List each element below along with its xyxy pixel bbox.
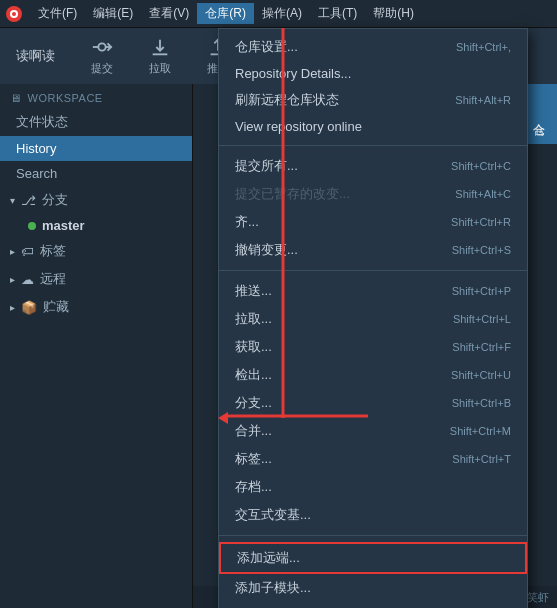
menu-separator-2 [219,270,527,271]
menu-item-get[interactable]: 获取... Shift+Ctrl+F [219,333,527,361]
workspace-icon: 🖥 [10,92,22,104]
sidebar-group-branches[interactable]: ▾ ⎇ 分支 [0,186,192,214]
menu-item-repo-details[interactable]: Repository Details... [219,61,527,86]
app-label-btn: 读啊读 [8,43,63,69]
menu-item-merge[interactable]: 合并... Shift+Ctrl+M [219,417,527,445]
app-logo [4,4,24,24]
chevron-right-icon: ▸ [10,246,15,257]
menu-item-checkout[interactable]: 检出... Shift+Ctrl+U [219,361,527,389]
svg-point-3 [98,43,105,50]
stash-icon: 📦 [21,300,37,315]
menu-item-pull[interactable]: 拉取... Shift+Ctrl+L [219,305,527,333]
menu-item-discard[interactable]: 撤销变更... Shift+Ctrl+S [219,236,527,264]
tag-icon: 🏷 [21,244,34,259]
menubar-tools[interactable]: 工具(T) [310,3,365,24]
sidebar-group-stash[interactable]: ▸ 📦 贮藏 [0,293,192,321]
pull-icon [149,36,171,58]
menu-item-repo-settings[interactable]: 仓库设置... Shift+Ctrl+, [219,33,527,61]
menubar: 文件(F) 编辑(E) 查看(V) 仓库(R) 操作(A) 工具(T) 帮助(H… [0,0,557,28]
branch-icon: ⎇ [21,193,36,208]
menubar-action[interactable]: 操作(A) [254,3,310,24]
chevron-right-icon3: ▸ [10,302,15,313]
menu-item-tag[interactable]: 标签... Shift+Ctrl+T [219,445,527,473]
menubar-help[interactable]: 帮助(H) [365,3,422,24]
menu-item-interactive-rebase[interactable]: 交互式变基... [219,501,527,529]
sidebar-item-file-status[interactable]: 文件状态 [0,108,192,136]
repo-dropdown-menu: 仓库设置... Shift+Ctrl+, Repository Details.… [218,28,528,608]
menu-separator-3 [219,535,527,536]
menu-item-stash[interactable]: 存档... [219,473,527,501]
sidebar-branch-master[interactable]: master [0,214,192,237]
sidebar-group-remote[interactable]: ▸ ☁ 远程 [0,265,192,293]
menu-item-push[interactable]: 推送... Shift+Ctrl+P [219,277,527,305]
menu-separator-1 [219,145,527,146]
svg-point-2 [12,12,16,16]
sidebar-group-tags[interactable]: ▸ 🏷 标签 [0,237,192,265]
commit-icon [91,36,113,58]
menubar-repo[interactable]: 仓库(R) [197,3,254,24]
sidebar-item-history[interactable]: History [0,136,192,161]
menu-item-view-online[interactable]: View repository online [219,114,527,139]
chevron-down-icon: ▾ [10,195,15,206]
pull-button[interactable]: 拉取 [141,32,179,80]
commit-button[interactable]: 提交 [83,32,121,80]
menu-item-refresh-remote[interactable]: 刷新远程仓库状态 Shift+Alt+R [219,86,527,114]
app-title: 读啊读 [16,47,55,65]
menubar-view[interactable]: 查看(V) [141,3,197,24]
menu-item-commit-all[interactable]: 提交所有... Shift+Ctrl+C [219,152,527,180]
menu-item-add-remote[interactable]: 添加远端... [219,542,527,574]
menu-item-add-submodule[interactable]: 添加子模块... [219,574,527,602]
sidebar-item-search[interactable]: Search [0,161,192,186]
menu-item-branch[interactable]: 分支... Shift+Ctrl+B [219,389,527,417]
sidebar: 🖥 WORKSPACE 文件状态 History Search ▾ ⎇ 分支 m… [0,84,193,608]
menubar-edit[interactable]: 编辑(E) [85,3,141,24]
remote-icon: ☁ [21,272,34,287]
menu-item-add-subtree[interactable]: 添加/链接子树... [219,602,527,608]
menubar-file[interactable]: 文件(F) [30,3,85,24]
menu-item-commit-saved: 提交已暂存的改变... Shift+Alt+C [219,180,527,208]
chevron-right-icon2: ▸ [10,274,15,285]
workspace-label: 🖥 WORKSPACE [0,84,192,108]
active-branch-dot [28,222,36,230]
menu-item-fetch[interactable]: 齐... Shift+Ctrl+R [219,208,527,236]
